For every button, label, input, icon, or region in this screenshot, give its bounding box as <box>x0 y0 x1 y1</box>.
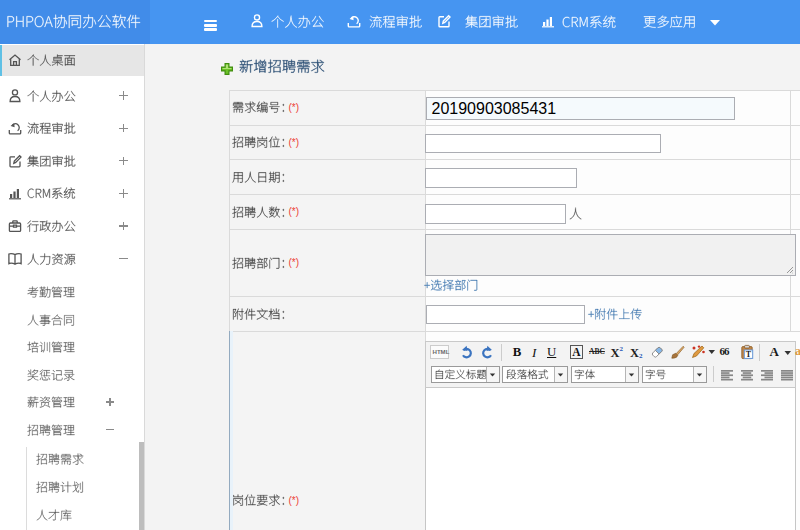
svg-text:T: T <box>746 349 752 358</box>
